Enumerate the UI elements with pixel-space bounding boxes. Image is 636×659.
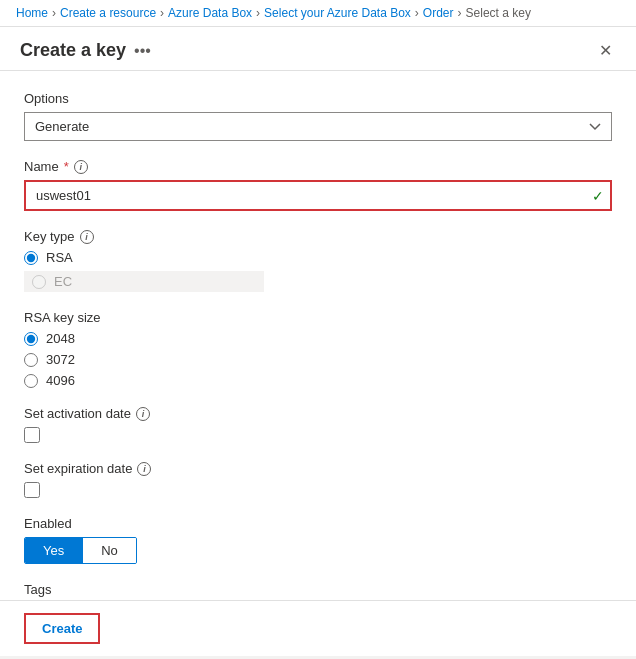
rsa-size-3072-radio[interactable] [24, 353, 38, 367]
rsa-size-2048-option[interactable]: 2048 [24, 331, 612, 346]
expiration-date-checkbox[interactable] [24, 482, 40, 498]
rsa-key-size-radio-group: 2048 3072 4096 [24, 331, 612, 388]
activation-date-checkbox-wrapper [24, 427, 612, 443]
options-group: Options GenerateImportRestore from backu… [24, 91, 612, 141]
key-type-group: Key type i RSA EC [24, 229, 612, 292]
breadcrumb-sep-3: › [256, 6, 260, 20]
rsa-size-4096-option[interactable]: 4096 [24, 373, 612, 388]
expiration-date-info-icon[interactable]: i [137, 462, 151, 476]
name-group: Name * i ✓ [24, 159, 612, 211]
breadcrumb-create-resource[interactable]: Create a resource [60, 6, 156, 20]
key-type-ec-option[interactable]: EC [24, 271, 612, 292]
breadcrumb-sep-2: › [160, 6, 164, 20]
rsa-size-3072-option[interactable]: 3072 [24, 352, 612, 367]
rsa-key-size-label: RSA key size [24, 310, 612, 325]
breadcrumb-order[interactable]: Order [423, 6, 454, 20]
name-info-icon[interactable]: i [74, 160, 88, 174]
expiration-date-group: Set expiration date i [24, 461, 612, 498]
breadcrumb-home[interactable]: Home [16, 6, 48, 20]
toggle-no-button[interactable]: No [82, 538, 136, 563]
key-type-rsa-option[interactable]: RSA [24, 250, 612, 265]
name-label: Name * i [24, 159, 612, 174]
key-type-ec-radio [32, 275, 46, 289]
ec-disabled-bg: EC [24, 271, 264, 292]
key-type-label: Key type i [24, 229, 612, 244]
breadcrumb-sep-4: › [415, 6, 419, 20]
key-type-radio-group: RSA EC [24, 250, 612, 292]
activation-date-info-icon[interactable]: i [136, 407, 150, 421]
key-type-info-icon[interactable]: i [80, 230, 94, 244]
breadcrumb-sep-5: › [458, 6, 462, 20]
breadcrumb-sep-1: › [52, 6, 56, 20]
name-input-wrapper: ✓ [24, 180, 612, 211]
panel-menu-icon[interactable]: ••• [134, 42, 151, 60]
rsa-size-2048-radio[interactable] [24, 332, 38, 346]
options-label: Options [24, 91, 612, 106]
breadcrumb-current: Select a key [466, 6, 531, 20]
rsa-size-4096-radio[interactable] [24, 374, 38, 388]
close-button[interactable]: ✕ [595, 39, 616, 62]
expiration-date-checkbox-wrapper [24, 482, 612, 498]
activation-date-group: Set activation date i [24, 406, 612, 443]
activation-date-label: Set activation date i [24, 406, 612, 421]
enabled-label: Enabled [24, 516, 612, 531]
activation-date-checkbox[interactable] [24, 427, 40, 443]
tags-group: Tags 0 tags [24, 582, 612, 600]
panel-footer: Create [0, 600, 636, 656]
name-checkmark-icon: ✓ [592, 188, 604, 204]
toggle-yes-button[interactable]: Yes [25, 538, 82, 563]
key-type-rsa-radio[interactable] [24, 251, 38, 265]
enabled-toggle[interactable]: Yes No [24, 537, 137, 564]
name-required: * [64, 159, 69, 174]
panel-body: Options GenerateImportRestore from backu… [0, 71, 636, 600]
create-key-panel: Create a key ••• ✕ Options GenerateImpor… [0, 27, 636, 656]
rsa-key-size-group: RSA key size 2048 3072 4096 [24, 310, 612, 388]
panel-header-left: Create a key ••• [20, 40, 151, 61]
enabled-group: Enabled Yes No [24, 516, 612, 564]
panel-header: Create a key ••• ✕ [0, 27, 636, 71]
tags-label: Tags [24, 582, 612, 597]
name-input[interactable] [24, 180, 612, 211]
expiration-date-label: Set expiration date i [24, 461, 612, 476]
breadcrumb-select-azure-data-box[interactable]: Select your Azure Data Box [264, 6, 411, 20]
breadcrumb-azure-data-box[interactable]: Azure Data Box [168, 6, 252, 20]
create-button[interactable]: Create [24, 613, 100, 644]
panel-title: Create a key [20, 40, 126, 61]
options-select[interactable]: GenerateImportRestore from backup [24, 112, 612, 141]
breadcrumb: Home › Create a resource › Azure Data Bo… [0, 0, 636, 27]
